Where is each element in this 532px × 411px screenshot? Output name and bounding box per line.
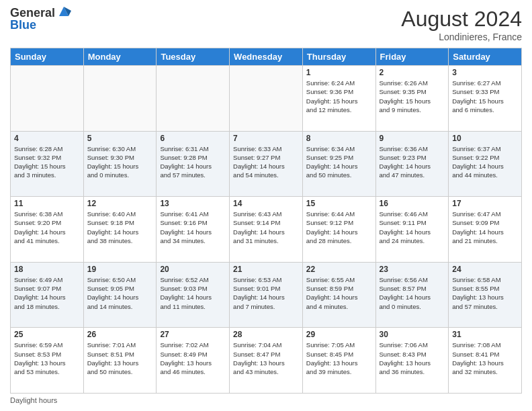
- calendar-cell: 25Sunrise: 6:59 AM Sunset: 8:53 PM Dayli…: [11, 328, 84, 394]
- day-number: 3: [452, 68, 518, 77]
- day-number: 26: [87, 330, 153, 339]
- calendar-week-3: 11Sunrise: 6:38 AM Sunset: 9:20 PM Dayli…: [11, 197, 522, 263]
- calendar-cell: 6Sunrise: 6:31 AM Sunset: 9:28 PM Daylig…: [157, 131, 230, 197]
- logo-icon: [56, 4, 71, 19]
- calendar-cell: 23Sunrise: 6:56 AM Sunset: 8:57 PM Dayli…: [375, 262, 449, 328]
- day-number: 4: [14, 134, 80, 143]
- calendar-header-row: SundayMondayTuesdayWednesdayThursdayFrid…: [11, 48, 522, 66]
- day-info: Sunrise: 6:38 AM Sunset: 9:20 PM Dayligh…: [14, 210, 80, 245]
- day-info: Sunrise: 7:06 AM Sunset: 8:43 PM Dayligh…: [380, 340, 445, 376]
- day-info: Sunrise: 7:05 AM Sunset: 8:45 PM Dayligh…: [306, 340, 372, 376]
- day-number: 14: [233, 199, 299, 208]
- calendar-cell: 29Sunrise: 7:05 AM Sunset: 8:45 PM Dayli…: [302, 328, 375, 394]
- day-info: Sunrise: 6:53 AM Sunset: 9:01 PM Dayligh…: [233, 275, 299, 311]
- location: Londinieres, France: [401, 32, 522, 42]
- day-info: Sunrise: 6:40 AM Sunset: 9:18 PM Dayligh…: [87, 210, 153, 245]
- calendar-cell: 13Sunrise: 6:41 AM Sunset: 9:16 PM Dayli…: [157, 197, 230, 263]
- day-info: Sunrise: 6:34 AM Sunset: 9:25 PM Dayligh…: [306, 144, 372, 180]
- day-number: 10: [452, 134, 518, 143]
- day-info: Sunrise: 6:36 AM Sunset: 9:23 PM Dayligh…: [380, 144, 445, 180]
- day-info: Sunrise: 7:04 AM Sunset: 8:47 PM Dayligh…: [233, 340, 299, 376]
- calendar-cell: 20Sunrise: 6:52 AM Sunset: 9:03 PM Dayli…: [157, 262, 230, 328]
- calendar-cell: 7Sunrise: 6:33 AM Sunset: 9:27 PM Daylig…: [230, 131, 303, 197]
- footer-note: Daylight hours: [10, 396, 522, 404]
- calendar-cell: 21Sunrise: 6:53 AM Sunset: 9:01 PM Dayli…: [230, 262, 303, 328]
- day-number: 29: [306, 330, 372, 339]
- calendar: SundayMondayTuesdayWednesdayThursdayFrid…: [10, 48, 522, 394]
- day-info: Sunrise: 6:30 AM Sunset: 9:30 PM Dayligh…: [87, 144, 153, 180]
- day-number: 30: [380, 330, 445, 339]
- calendar-week-1: 1Sunrise: 6:24 AM Sunset: 9:36 PM Daylig…: [11, 66, 522, 132]
- calendar-cell: 24Sunrise: 6:58 AM Sunset: 8:55 PM Dayli…: [449, 262, 522, 328]
- calendar-cell: 14Sunrise: 6:43 AM Sunset: 9:14 PM Dayli…: [230, 197, 303, 263]
- day-number: 24: [452, 265, 518, 274]
- day-number: 17: [452, 199, 518, 208]
- calendar-week-4: 18Sunrise: 6:49 AM Sunset: 9:07 PM Dayli…: [11, 262, 522, 328]
- calendar-cell: 8Sunrise: 6:34 AM Sunset: 9:25 PM Daylig…: [302, 131, 375, 197]
- day-info: Sunrise: 6:52 AM Sunset: 9:03 PM Dayligh…: [160, 275, 226, 311]
- calendar-cell: 10Sunrise: 6:37 AM Sunset: 9:22 PM Dayli…: [449, 131, 522, 197]
- logo-blue: Blue: [10, 19, 71, 31]
- day-info: Sunrise: 7:02 AM Sunset: 8:49 PM Dayligh…: [160, 340, 226, 376]
- calendar-header-sunday: Sunday: [11, 48, 84, 66]
- day-info: Sunrise: 6:49 AM Sunset: 9:07 PM Dayligh…: [14, 275, 80, 311]
- calendar-cell: [11, 66, 84, 132]
- calendar-week-5: 25Sunrise: 6:59 AM Sunset: 8:53 PM Dayli…: [11, 328, 522, 394]
- title-area: August 2024 Londinieres, France: [401, 7, 522, 42]
- day-number: 25: [14, 330, 80, 339]
- day-number: 16: [380, 199, 445, 208]
- day-number: 22: [306, 265, 372, 274]
- logo-text: General Blue: [10, 7, 71, 31]
- day-info: Sunrise: 6:24 AM Sunset: 9:36 PM Dayligh…: [306, 79, 372, 114]
- calendar-header-thursday: Thursday: [302, 48, 375, 66]
- day-info: Sunrise: 6:43 AM Sunset: 9:14 PM Dayligh…: [233, 210, 299, 245]
- day-number: 28: [233, 330, 299, 339]
- day-info: Sunrise: 6:41 AM Sunset: 9:16 PM Dayligh…: [160, 210, 226, 245]
- day-info: Sunrise: 6:59 AM Sunset: 8:53 PM Dayligh…: [14, 340, 80, 376]
- day-number: 12: [87, 199, 153, 208]
- day-info: Sunrise: 6:28 AM Sunset: 9:32 PM Dayligh…: [14, 144, 80, 180]
- calendar-cell: 15Sunrise: 6:44 AM Sunset: 9:12 PM Dayli…: [302, 197, 375, 263]
- day-number: 21: [233, 265, 299, 274]
- day-info: Sunrise: 6:31 AM Sunset: 9:28 PM Dayligh…: [160, 144, 226, 180]
- day-number: 18: [14, 265, 80, 274]
- day-number: 27: [160, 330, 226, 339]
- calendar-cell: 12Sunrise: 6:40 AM Sunset: 9:18 PM Dayli…: [83, 197, 157, 263]
- day-number: 9: [380, 134, 445, 143]
- calendar-cell: 16Sunrise: 6:46 AM Sunset: 9:11 PM Dayli…: [375, 197, 449, 263]
- calendar-cell: [230, 66, 303, 132]
- calendar-cell: 28Sunrise: 7:04 AM Sunset: 8:47 PM Dayli…: [230, 328, 303, 394]
- day-number: 7: [233, 134, 299, 143]
- logo-general: General: [10, 7, 55, 19]
- day-number: 15: [306, 199, 372, 208]
- calendar-cell: 3Sunrise: 6:27 AM Sunset: 9:33 PM Daylig…: [449, 66, 522, 132]
- calendar-cell: 9Sunrise: 6:36 AM Sunset: 9:23 PM Daylig…: [375, 131, 449, 197]
- logo-area: General Blue: [10, 7, 71, 31]
- day-info: Sunrise: 6:33 AM Sunset: 9:27 PM Dayligh…: [233, 144, 299, 180]
- calendar-cell: [157, 66, 230, 132]
- calendar-cell: 30Sunrise: 7:06 AM Sunset: 8:43 PM Dayli…: [375, 328, 449, 394]
- day-info: Sunrise: 6:46 AM Sunset: 9:11 PM Dayligh…: [380, 210, 445, 245]
- calendar-header-tuesday: Tuesday: [157, 48, 230, 66]
- calendar-header-monday: Monday: [83, 48, 157, 66]
- day-info: Sunrise: 7:01 AM Sunset: 8:51 PM Dayligh…: [87, 340, 153, 376]
- day-number: 23: [380, 265, 445, 274]
- day-number: 6: [160, 134, 226, 143]
- calendar-cell: 11Sunrise: 6:38 AM Sunset: 9:20 PM Dayli…: [11, 197, 84, 263]
- calendar-cell: 22Sunrise: 6:55 AM Sunset: 8:59 PM Dayli…: [302, 262, 375, 328]
- day-number: 2: [380, 68, 445, 77]
- day-info: Sunrise: 6:47 AM Sunset: 9:09 PM Dayligh…: [452, 210, 518, 245]
- calendar-cell: 18Sunrise: 6:49 AM Sunset: 9:07 PM Dayli…: [11, 262, 84, 328]
- calendar-cell: 1Sunrise: 6:24 AM Sunset: 9:36 PM Daylig…: [302, 66, 375, 132]
- calendar-header-saturday: Saturday: [449, 48, 522, 66]
- calendar-header-wednesday: Wednesday: [230, 48, 303, 66]
- day-info: Sunrise: 6:44 AM Sunset: 9:12 PM Dayligh…: [306, 210, 372, 245]
- day-number: 8: [306, 134, 372, 143]
- calendar-cell: 4Sunrise: 6:28 AM Sunset: 9:32 PM Daylig…: [11, 131, 84, 197]
- day-number: 13: [160, 199, 226, 208]
- calendar-week-2: 4Sunrise: 6:28 AM Sunset: 9:32 PM Daylig…: [11, 131, 522, 197]
- day-info: Sunrise: 6:56 AM Sunset: 8:57 PM Dayligh…: [380, 275, 445, 311]
- day-number: 11: [14, 199, 80, 208]
- calendar-cell: [83, 66, 157, 132]
- day-info: Sunrise: 7:08 AM Sunset: 8:41 PM Dayligh…: [452, 340, 518, 376]
